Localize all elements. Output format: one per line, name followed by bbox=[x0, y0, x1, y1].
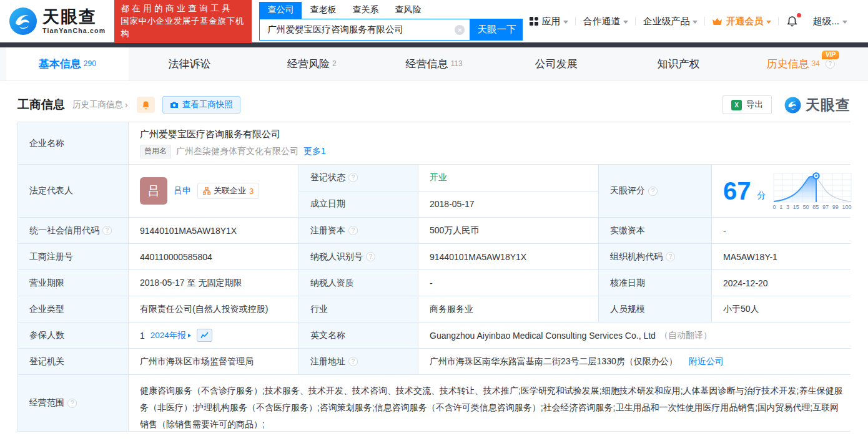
nav-cooperation[interactable]: 合作通道 bbox=[576, 16, 635, 27]
company-name: 广州爱婴宝医疗咨询服务有限公司 bbox=[140, 128, 280, 140]
section-title: 工商信息 bbox=[17, 97, 65, 113]
approval-date-label: 核准日期 bbox=[599, 270, 711, 296]
apps-grid-icon bbox=[530, 17, 538, 26]
business-scope-value: 健康咨询服务（不含诊疗服务）;技术服务、技术开发、技术咨询、技术交流、技术转让、… bbox=[129, 375, 856, 431]
search-button[interactable]: 天眼一下 bbox=[470, 19, 523, 41]
search-tab-relation[interactable]: 查关系 bbox=[344, 2, 387, 19]
help-icon[interactable] bbox=[348, 173, 358, 182]
crown-icon bbox=[712, 17, 723, 26]
tab-intellectual-property[interactable]: 知识产权 bbox=[618, 47, 740, 80]
legal-rep-avatar[interactable]: 吕 bbox=[140, 177, 167, 205]
business-scope-label: 经营范围 bbox=[18, 375, 128, 431]
company-name-label: 企业名称 bbox=[18, 122, 128, 164]
more-former-names-link[interactable]: 更多1 bbox=[303, 146, 326, 157]
annual-report-link[interactable]: 2024年报 bbox=[150, 330, 191, 341]
tab-business-risk[interactable]: 经营风险 2 bbox=[250, 47, 373, 80]
insured-count: 1 bbox=[140, 331, 145, 341]
insured-trend-button[interactable] bbox=[197, 329, 212, 342]
watermark-text: 天眼查 bbox=[806, 95, 851, 115]
tab-count: 34 bbox=[811, 59, 819, 68]
line-chart-icon bbox=[200, 332, 209, 339]
org-chart-icon bbox=[203, 187, 210, 195]
paid-capital-label: 实缴资本 bbox=[599, 218, 711, 243]
logo-text: 天眼查 TianYanCha.com bbox=[42, 9, 106, 34]
business-info-table: 企业名称 广州爱婴宝医疗咨询服务有限公司 曾用名 广州叁柒健身体育文化有限公司 … bbox=[17, 122, 851, 432]
score-distribution-chart: 01 315 5085 9799 100 bbox=[772, 172, 852, 210]
tab-legal-proceedings[interactable]: 法律诉讼 bbox=[129, 47, 251, 80]
related-companies-badge[interactable]: 关联企业 3 bbox=[197, 183, 259, 199]
tab-label: 知识产权 bbox=[657, 57, 699, 71]
tab-count: 290 bbox=[84, 59, 96, 68]
tab-company-development[interactable]: 公司发展 bbox=[495, 47, 618, 80]
subscribe-bell-button[interactable] bbox=[137, 97, 155, 113]
related-label: 关联企业 bbox=[214, 185, 246, 196]
bell-icon bbox=[141, 100, 150, 110]
legal-rep-cell: 吕 吕申 关联企业 3 bbox=[129, 165, 298, 217]
business-term-value: 2018-05-17 至 无固定期限 bbox=[129, 270, 298, 296]
search-tab-risk[interactable]: 查风险 bbox=[387, 2, 429, 19]
nearby-companies-link[interactable]: 附近公司 bbox=[689, 356, 724, 367]
company-type-label: 企业类型 bbox=[18, 296, 128, 322]
bell-icon bbox=[786, 16, 798, 27]
search-tab-boss[interactable]: 查老板 bbox=[302, 2, 344, 19]
uscc-label: 统一社会信用代码 bbox=[18, 218, 128, 243]
history-business-info-link[interactable]: 历史工商信息 bbox=[72, 99, 128, 110]
search-input[interactable] bbox=[259, 19, 470, 41]
org-code-label: 组织机构代码 bbox=[599, 244, 711, 269]
help-icon[interactable] bbox=[348, 357, 358, 366]
reg-authority-label: 登记机关 bbox=[18, 349, 128, 374]
address-label: 注册地址 bbox=[299, 349, 418, 374]
reg-number-value: 440110000585804 bbox=[129, 244, 298, 269]
nav-apps[interactable]: 应用 bbox=[523, 16, 575, 27]
tianyancha-logo-icon bbox=[784, 97, 801, 114]
english-name-label: 英文名称 bbox=[299, 322, 418, 348]
help-icon[interactable] bbox=[366, 252, 375, 261]
notifications-button[interactable] bbox=[779, 16, 806, 27]
paid-capital-value: - bbox=[712, 218, 856, 243]
legal-rep-name-link[interactable]: 吕申 bbox=[174, 185, 191, 196]
est-date-label: 成立日期 bbox=[299, 191, 418, 218]
help-icon[interactable] bbox=[648, 187, 658, 196]
staff-size-label: 人员规模 bbox=[599, 296, 711, 322]
help-icon[interactable] bbox=[67, 399, 77, 408]
company-tabbar: 基本信息 290 法律诉讼 经营风险 2 经营信息 113 公司发展 知识产权 … bbox=[0, 47, 868, 81]
nav-apps-label: 应用 bbox=[541, 16, 560, 27]
taxpayer-id-label: 纳税人识别号 bbox=[299, 244, 418, 269]
export-button[interactable]: 导出 bbox=[723, 95, 772, 114]
tianyancha-logo-icon bbox=[9, 7, 37, 36]
business-snapshot-button[interactable]: 查看工商快照 bbox=[162, 96, 240, 114]
tab-label: 基本信息 bbox=[39, 57, 81, 71]
nav-membership-label: 开通会员 bbox=[726, 16, 763, 27]
tab-label: 经营风险 bbox=[287, 57, 330, 71]
export-button-label: 导出 bbox=[746, 99, 763, 110]
nav-super-vip[interactable]: 超级... bbox=[806, 16, 854, 27]
help-icon[interactable] bbox=[666, 252, 675, 261]
tab-label: 法律诉讼 bbox=[169, 57, 211, 71]
logo-domain: TianYanCha.com bbox=[42, 27, 106, 34]
search-block: 查公司 查老板 查关系 查风险 天眼一下 bbox=[259, 2, 523, 41]
vip-badge: VIP bbox=[822, 51, 839, 59]
chevron-down-icon bbox=[623, 21, 628, 24]
insured-cell: 1 2024年报 bbox=[129, 322, 298, 348]
nav-cooperation-label: 合作通道 bbox=[583, 16, 620, 27]
top-header: 天眼查 TianYanCha.com 都在用的商业查询工具 国家中小企业发展子基… bbox=[0, 0, 868, 42]
help-icon[interactable] bbox=[348, 226, 358, 235]
reg-authority-value: 广州市海珠区市场监督管理局 bbox=[129, 349, 298, 374]
legal-rep-label: 法定代表人 bbox=[18, 165, 128, 217]
help-icon[interactable] bbox=[826, 59, 835, 69]
chevron-right-icon bbox=[188, 334, 191, 337]
tab-history-info[interactable]: VIP 历史信息 34 bbox=[739, 47, 862, 80]
nav-open-membership[interactable]: 开通会员 bbox=[705, 16, 778, 27]
reg-number-label: 工商注册号 bbox=[18, 244, 128, 269]
tab-business-info[interactable]: 经营信息 113 bbox=[373, 47, 495, 80]
nav-enterprise-products[interactable]: 企业级产品 bbox=[636, 16, 704, 27]
score-axis-ticks: 01 315 5085 9799 100 bbox=[772, 203, 852, 210]
tab-count: 113 bbox=[450, 59, 462, 68]
dark-divider-bar bbox=[0, 42, 868, 47]
tab-count: 2 bbox=[332, 59, 337, 68]
score-unit: 分 bbox=[757, 190, 766, 201]
tianyancha-logo[interactable]: 天眼查 TianYanCha.com bbox=[9, 7, 106, 36]
search-tab-company[interactable]: 查公司 bbox=[259, 2, 302, 19]
tab-basic-info[interactable]: 基本信息 290 bbox=[6, 47, 129, 80]
help-icon[interactable] bbox=[102, 226, 112, 235]
